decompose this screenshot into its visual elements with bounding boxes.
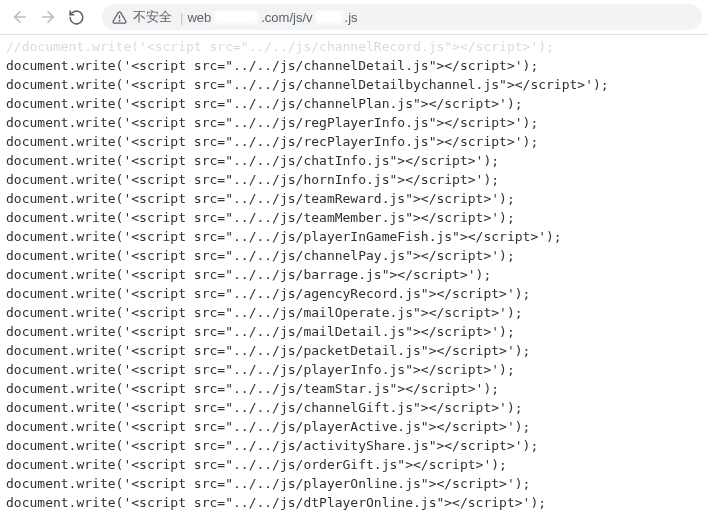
code-line: document.write('<script src="../../js/te… [6, 208, 702, 227]
code-line: //document.write('<script src="../../js/… [6, 37, 702, 56]
url-part: .com/js/v [261, 10, 312, 25]
reload-button[interactable] [62, 3, 90, 31]
code-line: document.write('<script src="../../js/re… [6, 113, 702, 132]
code-line: document.write('<script src="../../js/pl… [6, 227, 702, 246]
svg-point-3 [119, 20, 120, 21]
back-button[interactable] [6, 3, 34, 31]
arrow-right-icon [39, 8, 57, 26]
code-line: document.write('<script src="../../js/ho… [6, 170, 702, 189]
code-line: document.write('<script src="../../js/ch… [6, 246, 702, 265]
url-text: web .com/js/v .js [187, 10, 357, 25]
reload-icon [68, 9, 85, 26]
warning-icon [112, 10, 127, 25]
code-line: document.write('<script src="../../js/ch… [6, 56, 702, 75]
code-line: document.write('<script src="../../js/pl… [6, 360, 702, 379]
code-line: document.write('<script src="../../js/ch… [6, 398, 702, 417]
source-code-view: //document.write('<script src="../../js/… [0, 35, 708, 520]
code-line: document.write('<script src="../../js/or… [6, 455, 702, 474]
code-line: document.write('<script src="../../js/ag… [6, 284, 702, 303]
url-part: .js [345, 10, 358, 25]
code-line: document.write('<script src="../../js/ch… [6, 94, 702, 113]
security-label: 不安全 [133, 8, 172, 26]
code-line: document.write('<script src="../../js/pl… [6, 417, 702, 436]
code-line: document.write('<script src="../../js/te… [6, 189, 702, 208]
separator: | [180, 10, 183, 25]
code-line: document.write('<script src="../../js/ac… [6, 436, 702, 455]
code-line: document.write('<script src="../../js/pa… [6, 341, 702, 360]
redacted-segment [214, 10, 258, 24]
code-line: document.write('<script src="../../js/ba… [6, 265, 702, 284]
redacted-segment [316, 10, 342, 24]
code-line: document.write('<script src="../../js/dt… [6, 493, 702, 512]
browser-toolbar: 不安全 | web .com/js/v .js [0, 0, 708, 35]
code-line: document.write('<script src="../../js/ch… [6, 75, 702, 94]
address-bar[interactable]: 不安全 | web .com/js/v .js [102, 4, 702, 30]
code-line: document.write('<script src="../../js/ma… [6, 322, 702, 341]
forward-button[interactable] [34, 3, 62, 31]
code-line: document.write('<script src="../../js/re… [6, 132, 702, 151]
url-part: web [187, 10, 211, 25]
arrow-left-icon [11, 8, 29, 26]
code-line: document.write('<script src="../../js/te… [6, 379, 702, 398]
code-line: document.write('<script src="../../js/ch… [6, 151, 702, 170]
code-line: document.write('<script src="../../js/pl… [6, 474, 702, 493]
code-line: document.write('<script src="../../js/ma… [6, 303, 702, 322]
